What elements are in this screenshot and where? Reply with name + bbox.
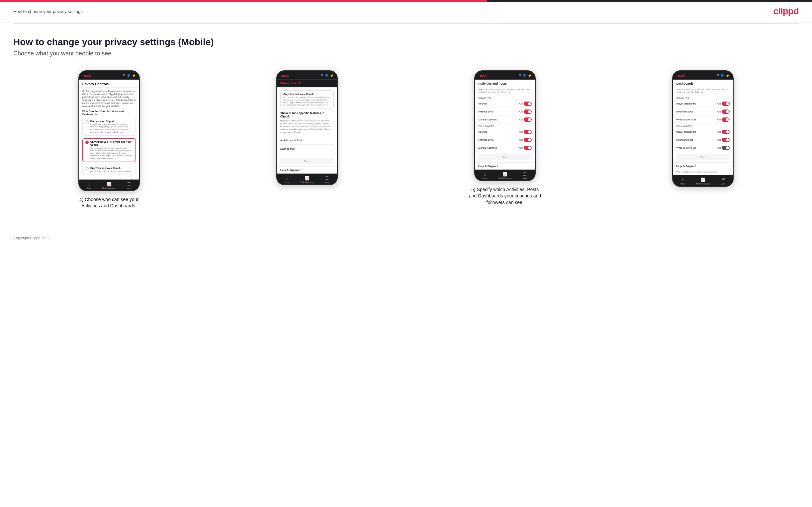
chevron-right-icon-2: › [333, 147, 334, 151]
radio-circle-2 [85, 141, 89, 144]
coach-manual-toggle[interactable]: Manual Activities ON [475, 116, 535, 124]
nav-menu-1[interactable]: ☰ Menu [119, 182, 139, 189]
phone-wrapper-4: ‹ Back ⚲ 👤 ⚡ Dashboards Select the dashb… [607, 70, 799, 209]
phone-2-body: Only You and Your Coach Only you and the… [277, 88, 337, 156]
radio-circle-1 [85, 120, 89, 123]
dashboards-desc: Select the dashboards that you'd like to… [673, 87, 733, 96]
menu-icon[interactable]: ⚡ [132, 74, 136, 77]
profile-icon-4[interactable]: 👤 [720, 74, 724, 77]
toggle-coach-drills[interactable] [524, 110, 532, 114]
coach-rounds-toggle[interactable]: Rounds ON [475, 100, 535, 108]
dropdown-selector[interactable]: Only You and Your Coach Only you and the… [280, 90, 334, 109]
profile-icon-3[interactable]: 👤 [522, 74, 526, 77]
activities-posts-header: Activities and Posts [475, 79, 535, 87]
phone-3-bottom-nav: ⌂ Home 📈 My Performance ☰ Menu [475, 170, 535, 180]
phone-3-header: ‹ Back ⚲ 👤 ⚡ [475, 71, 535, 79]
radio-only-you[interactable]: Only You and Your Coach Only you and the… [82, 165, 136, 175]
toggle-coach-player-dashboard[interactable] [722, 102, 730, 106]
nav-performance-1[interactable]: 📈 My Performance [99, 182, 119, 189]
phone-2: ‹ Back ⚲ 👤 ⚡ Privacy Controls [276, 70, 338, 185]
coaches-label: COACHES [475, 96, 535, 100]
phone-wrapper-3: ‹ Back ⚲ 👤 ⚡ Activities and Posts Select… [409, 70, 601, 209]
save-button-3[interactable]: Save [478, 154, 532, 160]
performance-icon-2: 📈 [305, 176, 309, 180]
search-icon-4[interactable]: ⚲ [717, 74, 719, 77]
save-button-2[interactable]: Save [280, 158, 334, 164]
phone-3: ‹ Back ⚲ 👤 ⚡ Activities and Posts Select… [474, 70, 536, 181]
toggle-follower-player-dashboard[interactable] [722, 130, 730, 134]
show-hide-title: Show or hide specific features in Clippd [280, 111, 334, 118]
toggle-follower-manual[interactable] [524, 146, 532, 150]
menu-dashboards[interactable]: Dashboards › [280, 145, 334, 153]
nav-performance-2[interactable]: 📈 My Performance [297, 176, 317, 183]
phone-3-content: Activities and Posts Select the types of… [475, 79, 535, 170]
nav-performance-3[interactable]: 📈 My Performance [495, 172, 515, 179]
phone-wrapper-1: ‹ Back ⚲ 👤 ⚡ Privacy Controls Control ho… [13, 70, 205, 209]
menu-icon-2[interactable]: ⚡ [330, 74, 334, 77]
page-subtitle: Choose what you want people to see [13, 50, 799, 57]
toggle-follower-drills[interactable] [524, 138, 532, 142]
main-content: How to change your privacy settings (Mob… [0, 23, 812, 229]
coach-player-dashboard-toggle[interactable]: Player Dashboard ON [673, 100, 733, 108]
back-button-2[interactable]: ‹ Back [280, 74, 289, 77]
menu-bars-icon-4: ☰ [721, 177, 725, 182]
nav-home-1[interactable]: ⌂ Home [79, 182, 99, 189]
tab-privacy-controls[interactable]: Privacy Controls [280, 79, 302, 87]
nav-menu-3[interactable]: ☰ Menu [515, 172, 535, 179]
nav-menu-2[interactable]: ☰ Menu [317, 176, 337, 183]
back-button-1[interactable]: ‹ Back [82, 74, 91, 77]
toggle-coach-round-insights[interactable] [722, 110, 730, 114]
back-button-4[interactable]: ‹ Back [676, 74, 685, 77]
mockup-row: ‹ Back ⚲ 👤 ⚡ Privacy Controls Control ho… [13, 70, 799, 209]
menu-bars-icon-3: ☰ [523, 172, 527, 176]
home-icon: ⌂ [88, 182, 90, 186]
toggle-coach-manual[interactable] [524, 117, 532, 122]
coach-drills-toggle[interactable]: Practice Drills ON [475, 108, 535, 116]
toggle-coach-rounds[interactable] [524, 102, 532, 106]
chevron-right-icon: › [333, 138, 334, 142]
coach-round-insights-toggle[interactable]: Round Insights ON [673, 108, 733, 116]
followers-label: FOLLOWERS [475, 124, 535, 128]
follower-round-insights-toggle[interactable]: Round Insights ON [673, 136, 733, 144]
radio-text-1: Everyone on Clippd Everyone on Clippd ca… [90, 120, 133, 134]
privacy-controls-title: Privacy Controls [79, 79, 139, 88]
phone-4: ‹ Back ⚲ 👤 ⚡ Dashboards Select the dashb… [672, 70, 733, 187]
follower-what-to-work-toggle[interactable]: What To Work On ON [673, 144, 733, 152]
save-button-4[interactable]: Save [676, 154, 730, 160]
nav-performance-4[interactable]: 📈 My Performance [693, 177, 713, 185]
coach-what-to-work-toggle[interactable]: What To Work On ON [673, 116, 733, 124]
phone-4-bottom-nav: ⌂ Home 📈 My Performance ☰ Menu [673, 175, 733, 186]
search-icon-2[interactable]: ⚲ [321, 74, 323, 77]
follower-rounds-toggle[interactable]: Rounds ON [475, 128, 535, 136]
search-icon[interactable]: ⚲ [123, 74, 125, 77]
nav-menu-4[interactable]: ☰ Menu [713, 177, 733, 185]
nav-home-4[interactable]: ⌂ Home [673, 177, 693, 185]
follower-manual-toggle[interactable]: Manual Activities ON [475, 144, 535, 152]
radio-everyone[interactable]: Everyone on Clippd Everyone on Clippd ca… [82, 118, 136, 136]
profile-icon-2[interactable]: 👤 [324, 74, 328, 77]
follower-drills-toggle[interactable]: Practice Drills ON [475, 136, 535, 144]
privacy-body: Control how you and your data appears to… [79, 88, 139, 179]
header-icons-2: ⚲ 👤 ⚡ [321, 74, 334, 77]
followers-label-4: FOLLOWERS [673, 124, 733, 128]
caption-3: 5) Specify which Activities, Posts and D… [469, 186, 542, 206]
help-support-2: Help & Support [277, 166, 337, 174]
toggle-follower-round-insights[interactable] [722, 138, 730, 142]
menu-icon-4[interactable]: ⚡ [726, 74, 730, 77]
back-button-3[interactable]: ‹ Back [478, 74, 487, 77]
logo: clippd [773, 6, 799, 16]
radio-approved[interactable]: Only Approved Followers and Your Coach O… [82, 138, 136, 162]
dashboards-header: Dashboards [673, 79, 733, 87]
phone-2-content: Only You and Your Coach Only you and the… [277, 88, 337, 174]
profile-icon[interactable]: 👤 [126, 74, 131, 77]
menu-icon-3[interactable]: ⚡ [528, 74, 532, 77]
performance-icon: 📈 [107, 182, 112, 186]
follower-player-dashboard-toggle[interactable]: Player Dashboard ON [673, 128, 733, 136]
toggle-coach-what-to-work[interactable] [722, 117, 730, 122]
toggle-follower-rounds[interactable] [524, 130, 532, 134]
search-icon-3[interactable]: ⚲ [519, 74, 521, 77]
menu-activities-posts[interactable]: Activities and Posts › [280, 136, 334, 145]
nav-home-2[interactable]: ⌂ Home [277, 176, 297, 183]
nav-home-3[interactable]: ⌂ Home [475, 172, 495, 179]
toggle-follower-what-to-work[interactable] [722, 146, 730, 150]
